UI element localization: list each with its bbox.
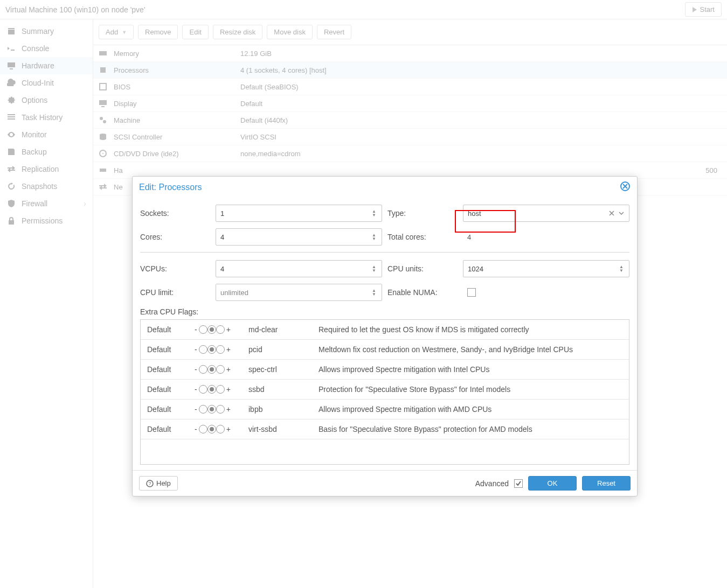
flag-toggle[interactable]: - + xyxy=(195,385,243,394)
cpulimit-label: CPU limit: xyxy=(140,288,216,297)
flag-name: md-clear xyxy=(248,325,313,334)
svg-text:?: ? xyxy=(148,481,151,486)
sockets-label: Sockets: xyxy=(140,209,216,218)
advanced-label: Advanced xyxy=(475,479,509,488)
numa-label: Enable NUMA: xyxy=(387,288,463,297)
flag-row: Default - + ibpb Allows improved Spectre… xyxy=(141,400,629,419)
flag-desc: Protection for "Speculative Store Bypass… xyxy=(319,385,622,394)
numa-checkbox[interactable] xyxy=(467,288,476,297)
flag-name: ibpb xyxy=(248,405,313,414)
flag-name: pcid xyxy=(248,345,313,354)
type-combo[interactable]: host xyxy=(463,205,629,222)
advanced-checkbox[interactable] xyxy=(514,479,523,488)
spinner-icon[interactable]: ▲▼ xyxy=(619,265,625,272)
flag-default-label: Default xyxy=(147,365,189,374)
cores-input[interactable]: 4▲▼ xyxy=(216,228,382,246)
flag-name: virt-ssbd xyxy=(248,425,313,433)
flag-row: Default - + ssbd Protection for "Specula… xyxy=(141,380,629,400)
spinner-icon[interactable]: ▲▼ xyxy=(372,209,377,217)
close-icon xyxy=(620,181,631,192)
check-icon xyxy=(515,480,522,487)
modal-title: Edit: Processors xyxy=(139,183,202,192)
cpu-flags-list[interactable]: Default - + md-clear Required to let the… xyxy=(140,319,629,465)
flag-desc: Meltdown fix cost reduction on Westmere,… xyxy=(319,345,622,354)
chevron-down-icon[interactable] xyxy=(618,210,625,216)
reset-button[interactable]: Reset xyxy=(582,476,631,491)
flag-row: Default - + pcid Meltdown fix cost reduc… xyxy=(141,340,629,360)
flag-toggle[interactable]: - + xyxy=(195,325,243,334)
clear-icon[interactable] xyxy=(608,210,615,216)
flag-toggle[interactable]: - + xyxy=(195,405,243,414)
cpuunits-label: CPU units: xyxy=(387,264,463,273)
cpulimit-input[interactable]: unlimited▲▼ xyxy=(216,284,382,301)
flag-row: Default - + virt-ssbd Basis for "Specula… xyxy=(141,419,629,439)
flag-default-label: Default xyxy=(147,345,189,354)
sockets-input[interactable]: 1▲▼ xyxy=(216,205,382,222)
flag-default-label: Default xyxy=(147,405,189,414)
type-label: Type: xyxy=(387,209,463,218)
totalcores-label: Total cores: xyxy=(387,233,463,241)
help-button[interactable]: ? Help xyxy=(139,476,178,491)
close-button[interactable] xyxy=(620,181,631,194)
flag-toggle[interactable]: - + xyxy=(195,345,243,354)
flag-default-label: Default xyxy=(147,425,189,433)
divider xyxy=(140,252,629,253)
flag-default-label: Default xyxy=(147,325,189,334)
cores-label: Cores: xyxy=(140,233,216,241)
vcpus-input[interactable]: 4▲▼ xyxy=(216,260,382,277)
flag-default-label: Default xyxy=(147,385,189,394)
extra-cpu-flags-label: Extra CPU Flags: xyxy=(140,307,629,316)
vcpus-label: VCPUs: xyxy=(140,264,216,273)
flag-desc: Allows improved Spectre mitigation with … xyxy=(319,365,622,374)
flag-desc: Required to let the guest OS know if MDS… xyxy=(319,325,622,334)
flag-row: Default - + md-clear Required to let the… xyxy=(141,320,629,340)
flag-desc: Basis for "Speculative Store Bypass" pro… xyxy=(319,425,622,433)
spinner-icon[interactable]: ▲▼ xyxy=(372,265,377,272)
flag-toggle[interactable]: - + xyxy=(195,365,243,374)
ok-button[interactable]: OK xyxy=(528,476,577,491)
flag-name: ssbd xyxy=(248,385,313,394)
flag-row: Default - + spec-ctrl Allows improved Sp… xyxy=(141,360,629,380)
help-icon: ? xyxy=(146,480,154,487)
spinner-icon[interactable]: ▲▼ xyxy=(372,289,377,296)
edit-processors-dialog: Edit: Processors Sockets: 1▲▼ Type: host xyxy=(132,176,638,496)
flag-toggle[interactable]: - + xyxy=(195,425,243,433)
spinner-icon[interactable]: ▲▼ xyxy=(372,233,377,241)
flag-desc: Allows improved Spectre mitigation with … xyxy=(319,405,622,414)
flag-name: spec-ctrl xyxy=(248,365,313,374)
cpuunits-input[interactable]: 1024▲▼ xyxy=(463,260,629,277)
totalcores-value: 4 xyxy=(463,233,471,241)
